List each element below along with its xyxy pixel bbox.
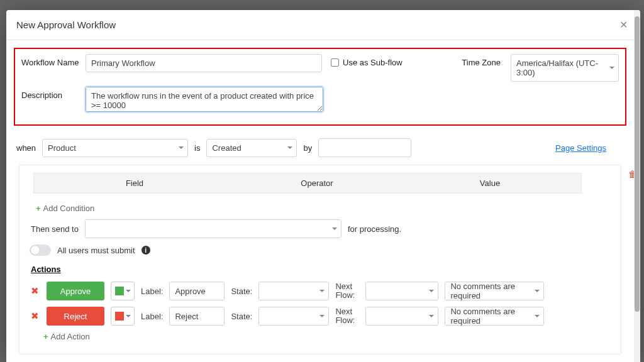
- scrollbar-thumb[interactable]: [635, 16, 640, 312]
- by-label: by: [303, 143, 312, 153]
- is-label: is: [194, 143, 200, 153]
- chevron-down-icon: [287, 146, 292, 149]
- info-icon[interactable]: i: [142, 246, 150, 255]
- workflow-name-row: Workflow Name Use as Sub-flow Time Zone …: [21, 54, 619, 82]
- col-value: Value: [399, 173, 581, 193]
- process-block: 🗑 Field Operator Value +Add Condition Th…: [19, 165, 621, 354]
- add-condition-link[interactable]: +Add Condition: [36, 204, 612, 213]
- send-to-suffix: for processing.: [348, 224, 401, 234]
- next-flow-select[interactable]: [365, 282, 438, 300]
- chevron-down-icon: [126, 315, 131, 317]
- event-select[interactable]: Created: [206, 139, 297, 157]
- when-label: when: [16, 143, 36, 153]
- approve-button[interactable]: Approve: [47, 282, 104, 300]
- action-row-reject: ✖ Reject Label: State: Next Flow: No com…: [30, 307, 612, 326]
- description-input[interactable]: [86, 87, 323, 112]
- comments-select[interactable]: No comments are required: [445, 307, 544, 326]
- timezone-label: Time Zone: [462, 54, 501, 67]
- scrollbar-track[interactable]: [634, 10, 640, 362]
- reject-button[interactable]: Reject: [47, 307, 104, 326]
- toggle-knob: [31, 246, 40, 255]
- subflow-label: Use as Sub-flow: [343, 58, 402, 67]
- timezone-value: America/Halifax (UTC-3:00): [516, 58, 604, 77]
- color-picker[interactable]: [111, 282, 135, 300]
- next-flow-select[interactable]: [365, 307, 438, 326]
- action-label-input[interactable]: [169, 307, 225, 326]
- chevron-down-icon: [609, 67, 614, 69]
- entity-value: Product: [48, 143, 76, 153]
- send-to-select[interactable]: [85, 219, 341, 238]
- modal-body: Workflow Name Use as Sub-flow Time Zone …: [6, 40, 640, 362]
- chevron-down-icon: [535, 315, 540, 317]
- state-select[interactable]: [258, 282, 329, 300]
- subflow-checkbox[interactable]: [331, 58, 339, 67]
- modal-title: New Approval Workflow: [16, 19, 116, 30]
- chevron-down-icon: [429, 315, 434, 317]
- action-row-approve: ✖ Approve Label: State: Next Flow: No co…: [30, 282, 612, 300]
- col-operator: Operator: [235, 173, 399, 193]
- label-text: Label:: [141, 287, 163, 296]
- entity-select[interactable]: Product: [42, 139, 188, 157]
- close-icon[interactable]: ✕: [617, 16, 630, 33]
- workflow-basics-section: Workflow Name Use as Sub-flow Time Zone …: [14, 48, 626, 126]
- description-row: Description: [21, 87, 619, 112]
- action-label-input[interactable]: [169, 282, 225, 300]
- chevron-down-icon: [319, 290, 325, 292]
- workflow-name-input[interactable]: [86, 54, 322, 72]
- remove-action-icon[interactable]: ✖: [30, 285, 40, 297]
- workflow-name-label: Workflow Name: [21, 54, 79, 67]
- send-to-row: Then send to for processing.: [31, 219, 612, 238]
- by-input[interactable]: [318, 138, 411, 157]
- state-select[interactable]: [258, 307, 329, 326]
- chevron-down-icon: [126, 290, 131, 292]
- col-field: Field: [34, 173, 235, 193]
- remove-action-icon[interactable]: ✖: [30, 310, 40, 322]
- chevron-down-icon: [332, 228, 337, 230]
- trigger-row: when Product is Created by Page Settings: [14, 131, 633, 165]
- actions-title: Actions: [31, 265, 612, 274]
- all-users-toggle[interactable]: [30, 244, 51, 256]
- chevron-down-icon: [535, 290, 540, 292]
- color-swatch: [115, 287, 124, 295]
- event-value: Created: [212, 143, 241, 153]
- add-action-link[interactable]: +Add Action: [43, 332, 612, 341]
- all-users-toggle-row: All users must submit i: [30, 244, 612, 256]
- approval-workflow-modal: New Approval Workflow ✕ Workflow Name Us…: [6, 10, 640, 362]
- all-users-label: All users must submit: [57, 246, 135, 255]
- send-to-label: Then send to: [31, 224, 79, 234]
- subflow-checkbox-wrap[interactable]: Use as Sub-flow: [331, 58, 402, 67]
- state-text: State:: [231, 312, 252, 321]
- state-text: State:: [231, 287, 252, 296]
- color-swatch: [115, 312, 124, 321]
- modal-header: New Approval Workflow ✕: [6, 10, 640, 40]
- label-text: Label:: [141, 312, 163, 321]
- description-label: Description: [21, 87, 79, 100]
- condition-header: Field Operator Value: [33, 173, 582, 194]
- next-flow-text: Next Flow:: [335, 282, 359, 300]
- chevron-down-icon: [319, 315, 325, 317]
- chevron-down-icon: [429, 290, 434, 292]
- next-flow-text: Next Flow:: [335, 307, 359, 326]
- timezone-select[interactable]: America/Halifax (UTC-3:00): [511, 54, 619, 82]
- page-settings-link[interactable]: Page Settings: [555, 143, 606, 153]
- chevron-down-icon: [179, 146, 184, 149]
- color-picker[interactable]: [111, 307, 135, 326]
- comments-select[interactable]: No comments are required: [445, 282, 544, 300]
